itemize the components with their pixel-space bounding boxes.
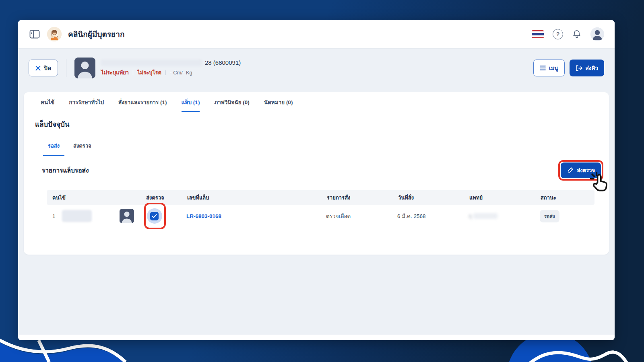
tab-appointment[interactable]: นัดหมาย (0)	[264, 92, 293, 112]
lab-section-title: แล็บปัจจุบัน	[35, 119, 609, 130]
tab-patient[interactable]: คนไข้	[41, 92, 54, 112]
table-header-row: คนไข้ ส่งตรวจ เลขที่แล็บ รายการสั่ง วันท…	[47, 190, 594, 205]
tab-imaging[interactable]: ภาพวินิจฉัย (0)	[214, 92, 249, 112]
allergy-text: ไม่ระบุแพ้ยา	[101, 68, 129, 77]
thai-flag-icon[interactable]	[532, 30, 544, 38]
col-header-lab-no: เลขที่แล็บ	[186, 193, 326, 202]
lab-subtabs: รอส่ง ส่งตรวจ	[24, 142, 609, 156]
close-label: ปิด	[44, 64, 51, 72]
subtab-pending[interactable]: รอส่ง	[43, 142, 64, 156]
tab-lab[interactable]: แล็บ (1)	[182, 92, 200, 112]
patient-bar-actions: เมนู ส่งคิว	[533, 60, 604, 76]
cell-order-date: 6 มี.ค. 2568	[397, 212, 469, 220]
row-patient-name-redacted	[62, 210, 92, 222]
sidebar-toggle-icon[interactable]	[29, 29, 41, 39]
col-header-doctor: แพทย์	[469, 193, 540, 202]
tab-bar: คนไข้ การรักษาทั่วไป สั่งยาและรายการ (1)…	[24, 92, 609, 112]
subtab-sent[interactable]: ส่งตรวจ	[68, 142, 96, 156]
exit-arrow-icon	[576, 65, 582, 71]
cell-send-checkbox	[145, 205, 186, 227]
body-measure-text: - Cm/- Kg	[170, 70, 192, 76]
send-queue-button[interactable]: ส่งคิว	[570, 60, 604, 76]
menu-label: เมนู	[549, 64, 558, 72]
cell-patient: 1	[47, 209, 145, 223]
patient-id-text: 28 (6800091)	[205, 59, 241, 66]
user-avatar[interactable]	[590, 27, 604, 41]
cell-order-item: ตรวจเลือด	[326, 212, 397, 220]
col-header-date: วันที่สั่ง	[397, 193, 469, 202]
app-header: คลินิกผู้มีบุตรยาก ?	[18, 20, 615, 49]
header-right: ?	[532, 27, 604, 41]
lab-table: คนไข้ ส่งตรวจ เลขที่แล็บ รายการสั่ง วันท…	[47, 190, 594, 227]
status-badge: รอส่ง	[540, 210, 559, 222]
close-patient-button[interactable]: ปิด	[29, 60, 58, 76]
send-button-annotation-ring: ส่งตรวจ	[558, 160, 603, 181]
row-index: 1	[52, 213, 56, 219]
hamburger-icon	[540, 66, 546, 70]
doctor-name-redacted	[473, 213, 497, 219]
disease-text: ไม่ระบุโรค	[137, 68, 161, 77]
menu-button[interactable]: เมนู	[533, 60, 565, 76]
clinic-logo-icon	[47, 27, 62, 41]
tab-general-treatment[interactable]: การรักษาทั่วไป	[69, 92, 104, 112]
page-title: คลินิกผู้มีบุตรยาก	[68, 28, 124, 40]
tab-prescription[interactable]: สั่งยาและรายการ (1)	[118, 92, 167, 112]
doctor-name-partial: กุ	[469, 212, 472, 220]
col-header-status: สถานะ	[540, 193, 594, 202]
send-checkbox[interactable]	[150, 212, 159, 220]
cell-status: รอส่ง	[540, 210, 594, 222]
click-hand-cursor-icon	[587, 169, 611, 193]
cell-doctor: กุ	[469, 212, 540, 220]
help-icon[interactable]: ?	[553, 29, 563, 39]
check-icon	[152, 214, 157, 218]
test-tube-icon	[567, 167, 574, 174]
patient-name-redacted	[101, 60, 202, 66]
divider	[165, 70, 166, 75]
row-patient-avatar	[120, 209, 134, 223]
app-window: คลินิกผู้มีบุตรยาก ?	[18, 20, 615, 340]
header-left: คลินิกผู้มีบุตรยาก	[29, 27, 124, 41]
patient-meta: 28 (6800091) ไม่ระบุแพ้ยา ไม่ระบุโรค - C…	[101, 59, 241, 77]
content-spacer	[18, 255, 615, 335]
screen-background: คลินิกผู้มีบุตรยาก ?	[0, 0, 644, 362]
cell-lab-no: LR-6803-0168	[186, 213, 326, 219]
checkbox-halo	[147, 208, 162, 224]
divider	[133, 70, 133, 75]
lab-list-title: รายการแล็บรอส่ง	[42, 165, 89, 175]
send-queue-label: ส่งคิว	[586, 64, 598, 72]
lab-number-link[interactable]: LR-6803-0168	[186, 213, 221, 219]
col-header-order: รายการสั่ง	[326, 193, 397, 202]
window-footer	[18, 335, 615, 340]
table-row: 1	[47, 205, 594, 227]
main-card: คนไข้ การรักษาทั่วไป สั่งยาและรายการ (1)…	[24, 92, 609, 255]
col-header-send: ส่งตรวจ	[145, 193, 186, 202]
patient-bar: ปิด 28 (6800091) ไม่ระบุแพ้ยา ไม่ระ	[18, 49, 615, 87]
close-icon	[35, 66, 41, 71]
patient-avatar	[74, 58, 95, 78]
bell-icon[interactable]	[572, 29, 582, 39]
lab-list-header: รายการแล็บรอส่ง ส่งตรวจ	[42, 160, 603, 181]
divider	[66, 59, 66, 77]
col-header-patient: คนไข้	[47, 193, 145, 202]
